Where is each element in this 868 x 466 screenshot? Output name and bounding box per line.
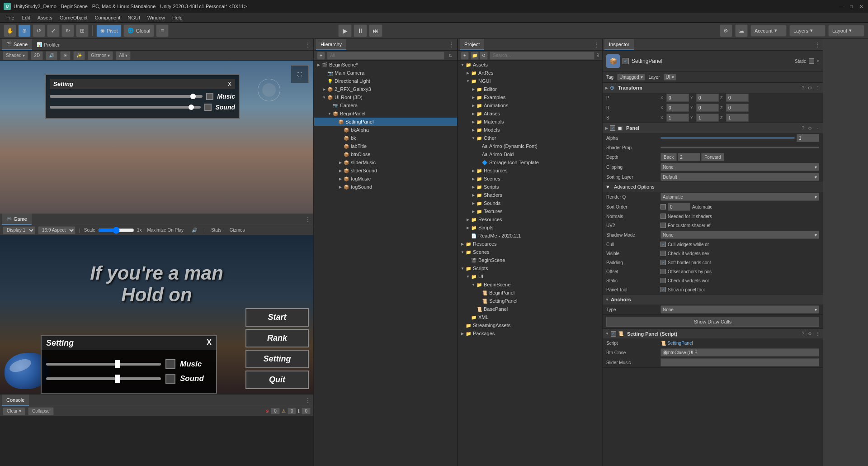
project-item[interactable]: ▶📁Resources (458, 215, 602, 223)
script-help-icon[interactable]: ? (802, 331, 804, 336)
transform-settings-icon[interactable]: ⚙ (808, 86, 812, 90)
setting-button[interactable]: Setting (245, 350, 309, 368)
game-gizmos-btn[interactable]: Gizmos (227, 226, 248, 235)
layers-dropdown[interactable]: Layers ▾ (789, 25, 826, 37)
project-item[interactable]: ▶📁Materials (458, 118, 602, 126)
project-item[interactable]: ▶📁Scripts (458, 223, 602, 232)
game-sound-slider[interactable] (46, 377, 161, 380)
project-item[interactable]: ▼📁Scripts (458, 264, 602, 272)
menu-help[interactable]: Help (169, 13, 186, 22)
padding-checkbox[interactable] (660, 260, 666, 265)
menu-component[interactable]: Component (91, 13, 124, 22)
clipping-select[interactable]: None ▾ (660, 163, 819, 171)
normals-checkbox[interactable] (660, 214, 666, 219)
project-item[interactable]: ▶📁Resources (458, 166, 602, 175)
tool-scale[interactable]: ⤢ (47, 24, 60, 37)
tool-hand[interactable]: ✋ (4, 24, 16, 37)
alpha-slider[interactable] (660, 137, 795, 139)
project-item[interactable]: ▶📁Animations (458, 101, 602, 109)
scene-light-btn[interactable]: ☀ (60, 51, 71, 60)
depth-number-field[interactable]: 2 (678, 153, 700, 161)
layout-dropdown[interactable]: Layout ▾ (828, 25, 864, 37)
project-item[interactable]: ▶📁Sounds (458, 199, 602, 207)
scale-slider[interactable] (98, 227, 134, 234)
tab-scene[interactable]: 🎬 Scene (2, 39, 32, 50)
project-item[interactable]: AaArimo-Bold (458, 150, 602, 158)
script-menu-icon[interactable]: ⋮ (816, 331, 820, 336)
tool-rotate[interactable]: ↺ (33, 24, 45, 37)
btn-close-field[interactable]: 🔘 btnClose (UI B (660, 348, 819, 357)
hierarchy-sort-icon[interactable]: ⇅ (446, 52, 454, 60)
hierarchy-item[interactable]: ▶📦sliderMusic (314, 158, 457, 166)
scene-music-checkbox[interactable] (206, 93, 213, 100)
transform-menu-icon[interactable]: ⋮ (816, 86, 820, 90)
panel-active-cb[interactable] (610, 125, 615, 131)
hierarchy-item[interactable]: 📦bk (314, 134, 457, 142)
tool-move[interactable]: ⊕ (18, 24, 31, 37)
aspect-select[interactable]: 16:9 Aspect (38, 226, 75, 234)
tab-project[interactable]: Project (460, 39, 484, 50)
static-checkbox[interactable] (809, 58, 814, 64)
scene-fx-btn[interactable]: ✨ (73, 51, 85, 60)
project-item[interactable]: ▶📁Shaders (458, 191, 602, 199)
project-item[interactable]: 📁StreamingAssets (458, 321, 602, 329)
all-dropdown[interactable]: All ▾ (116, 51, 131, 60)
back-button[interactable]: Back (660, 153, 677, 161)
project-item[interactable]: 🎬BeginScene (458, 256, 602, 264)
advanced-options-header[interactable]: ▼ Advanced Options (603, 182, 823, 192)
hierarchy-item[interactable]: 📦labTitle (314, 142, 457, 150)
uv2-checkbox[interactable] (660, 223, 666, 228)
project-item[interactable]: ▶📁Scenes (458, 175, 602, 183)
hierarchy-item[interactable]: 📷Main Camera (314, 69, 457, 77)
scale-z-field[interactable]: 1 (726, 114, 749, 122)
close-button[interactable]: ✕ (858, 3, 864, 10)
forward-button[interactable]: Forward (701, 153, 724, 161)
project-item[interactable]: ▼📁BeginScene (458, 281, 602, 289)
project-search-input[interactable] (490, 52, 594, 60)
shaded-dropdown[interactable]: Shaded ▾ (3, 51, 28, 60)
hierarchy-item[interactable]: ▼📦UI Root (3D) (314, 93, 457, 101)
pause-button[interactable]: ⏸ (354, 24, 367, 37)
hierarchy-item[interactable]: ▶📦2_RFX_Galaxy3 (314, 85, 457, 93)
layout-toggle[interactable]: ≡ (156, 24, 169, 37)
rot-y-field[interactable]: 0 (696, 104, 719, 112)
transform-help-icon[interactable]: ? (802, 86, 804, 90)
slider-music-field[interactable] (660, 358, 819, 366)
project-item[interactable]: 📜SettingPanel (458, 297, 602, 305)
show-draw-calls-button[interactable]: Show Draw Calls (606, 317, 819, 327)
shadow-mode-select[interactable]: None ▾ (660, 231, 819, 239)
scale-x-field[interactable]: 1 (666, 114, 689, 122)
cloud-icon-btn[interactable]: ☁ (735, 24, 748, 37)
game-close-btn[interactable]: X (207, 338, 212, 348)
hierarchy-item[interactable]: 💡Directional Light (314, 77, 457, 85)
hierarchy-panel-options[interactable]: ⋮ (448, 41, 455, 48)
menu-file[interactable]: File (3, 13, 18, 22)
project-item[interactable]: ▼📁Scenes (458, 248, 602, 256)
hierarchy-item[interactable]: ▶📦togMusic (314, 175, 457, 183)
panel-help-icon[interactable]: ? (802, 126, 804, 131)
game-music-slider[interactable] (46, 363, 161, 366)
menu-assets[interactable]: Assets (34, 13, 56, 22)
clear-button[interactable]: Clear ▾ (3, 407, 25, 415)
minimize-button[interactable]: — (838, 3, 844, 10)
tab-inspector[interactable]: Inspector (604, 39, 634, 50)
mute-btn[interactable]: 🔊 (189, 226, 200, 235)
hierarchy-item[interactable]: ▼📦BeginPanel (314, 109, 457, 118)
menu-window[interactable]: Window (144, 13, 169, 22)
script-active-cb[interactable] (611, 331, 616, 337)
project-item[interactable]: ▶📁Models (458, 126, 602, 134)
menu-edit[interactable]: Edit (18, 13, 34, 22)
project-item[interactable]: 📜BasePanel (458, 305, 602, 313)
game-music-checkbox[interactable] (165, 359, 175, 369)
script-settings-icon[interactable]: ⚙ (808, 331, 812, 336)
panel-static-checkbox[interactable] (660, 278, 666, 283)
project-sort-icon[interactable]: 9 (596, 53, 599, 58)
transform-header[interactable]: ▶ ⊕ Transform ? ⚙ ⋮ (603, 83, 823, 93)
project-item[interactable]: 📁XML (458, 313, 602, 321)
script-header[interactable]: ▼ 📜 Setting Panel (Script) ? ⚙ ⋮ (603, 328, 823, 338)
start-button[interactable]: Start (245, 308, 309, 327)
scene-close-btn[interactable]: X (228, 81, 231, 87)
rot-x-field[interactable]: 0 (666, 104, 689, 112)
settings-icon-btn[interactable]: ⚙ (720, 24, 732, 37)
hierarchy-add-btn[interactable]: + (317, 52, 325, 60)
